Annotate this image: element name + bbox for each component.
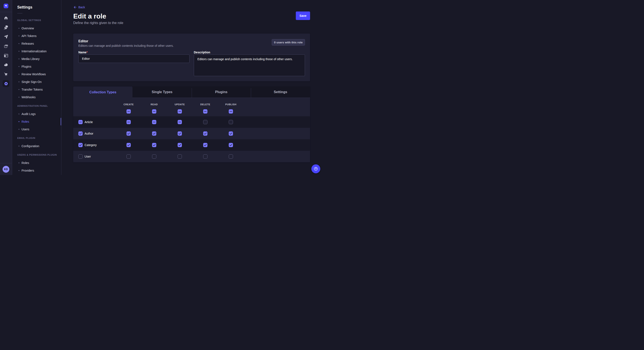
- subnav-item-releases[interactable]: Releases: [12, 40, 61, 47]
- author-publish-checkbox[interactable]: [229, 131, 233, 136]
- select-all-read-checkbox[interactable]: [152, 109, 156, 114]
- category-read-checkbox[interactable]: [152, 143, 156, 147]
- subnav-item-label: Internationalization: [22, 49, 47, 53]
- subnav-item-single-sign-on[interactable]: Single Sign-On: [12, 78, 61, 86]
- article-delete-checkbox[interactable]: [203, 120, 208, 124]
- bullet-dot: [18, 66, 20, 67]
- column-create: CREATE: [116, 98, 142, 116]
- page-title: Edit a role: [73, 12, 123, 20]
- nav-cart-button[interactable]: [2, 71, 9, 78]
- nav-home-button[interactable]: [2, 15, 9, 21]
- permission-cell: [218, 154, 244, 159]
- subnav-item-users[interactable]: Users: [12, 126, 61, 133]
- user-create-checkbox[interactable]: [126, 154, 131, 159]
- users-with-role-button[interactable]: 0 users with this role: [272, 39, 305, 45]
- save-button[interactable]: Save: [296, 11, 310, 20]
- permission-cell: [192, 143, 218, 147]
- subnav-section: USERS & PERMISSIONS PLUGINRolesProviders: [12, 153, 61, 174]
- avatar[interactable]: KD: [2, 166, 9, 173]
- article-row-checkbox[interactable]: [78, 120, 83, 124]
- permissions-tabs: Collection TypesSingle TypesPluginsSetti…: [73, 87, 310, 98]
- user-delete-checkbox[interactable]: [203, 154, 208, 159]
- subnav-item-webhooks[interactable]: Webhooks: [12, 93, 61, 101]
- category-create-checkbox[interactable]: [126, 143, 131, 147]
- tab-settings[interactable]: Settings: [251, 87, 310, 98]
- strapi-logo[interactable]: [4, 3, 8, 8]
- subnav-item-review-workflows[interactable]: Review Workflows: [12, 70, 61, 78]
- permission-cell: [192, 120, 218, 124]
- row-label-cell: Article: [73, 120, 116, 124]
- bullet-dot: [18, 81, 20, 82]
- bullet-dot: [18, 129, 20, 130]
- permission-cell: [218, 120, 244, 124]
- user-row-checkbox[interactable]: [78, 154, 83, 159]
- category-publish-checkbox[interactable]: [229, 143, 233, 147]
- tab-single-types[interactable]: Single Types: [132, 87, 192, 98]
- column-label: READ: [150, 103, 158, 106]
- tab-plugins[interactable]: Plugins: [192, 87, 251, 98]
- nav-images-button[interactable]: [2, 43, 9, 49]
- content-type-name: User: [84, 155, 91, 158]
- bullet-dot: [18, 121, 20, 122]
- user-read-checkbox[interactable]: [152, 154, 156, 159]
- author-update-checkbox[interactable]: [178, 131, 182, 136]
- subnav-item-providers[interactable]: Providers: [12, 167, 61, 174]
- category-delete-checkbox[interactable]: [203, 143, 208, 147]
- subnav-item-media-library[interactable]: Media Library: [12, 55, 61, 63]
- settings-subnav: Settings GLOBAL SETTINGSOverviewAPI Toke…: [12, 0, 61, 175]
- gear-icon: [4, 81, 8, 86]
- back-link[interactable]: Back: [73, 5, 85, 9]
- author-delete-checkbox[interactable]: [203, 131, 208, 136]
- category-update-checkbox[interactable]: [178, 143, 182, 147]
- subnav-item-roles[interactable]: Roles: [12, 118, 61, 126]
- permission-cell: [167, 131, 192, 136]
- column-read: READ: [142, 98, 167, 116]
- select-all-delete-checkbox[interactable]: [203, 109, 208, 114]
- select-all-update-checkbox[interactable]: [178, 109, 182, 114]
- subnav-item-label: Roles: [22, 161, 29, 165]
- nav-feather-button[interactable]: [2, 24, 9, 31]
- nav-gear-button[interactable]: [2, 80, 9, 87]
- help-button[interactable]: [311, 164, 320, 173]
- bullet-dot: [18, 28, 20, 29]
- back-row: Back: [73, 0, 310, 10]
- description-label: Description: [194, 50, 305, 54]
- author-row-checkbox[interactable]: [78, 131, 83, 136]
- nav-cloud-button[interactable]: [2, 61, 9, 68]
- subnav-item-audit-logs[interactable]: Audit Logs: [12, 110, 61, 118]
- author-create-checkbox[interactable]: [126, 131, 131, 136]
- article-create-checkbox[interactable]: [126, 120, 131, 124]
- subnav-item-roles[interactable]: Roles: [12, 159, 61, 167]
- main-nav-items: [2, 12, 9, 90]
- user-publish-checkbox[interactable]: [229, 154, 233, 159]
- subnav-item-overview[interactable]: Overview: [12, 24, 61, 32]
- column-publish: PUBLISH: [218, 98, 244, 116]
- permission-cell: [218, 143, 244, 147]
- role-name-heading: Editor: [78, 39, 174, 44]
- article-read-checkbox[interactable]: [152, 120, 156, 124]
- name-input[interactable]: [78, 54, 190, 63]
- subnav-item-label: Audit Logs: [22, 112, 36, 116]
- article-publish-checkbox[interactable]: [229, 120, 233, 124]
- article-update-checkbox[interactable]: [178, 120, 182, 124]
- select-all-publish-checkbox[interactable]: [229, 109, 233, 114]
- subnav-item-configuration[interactable]: Configuration: [12, 142, 61, 150]
- subnav-item-label: Overview: [22, 26, 34, 30]
- subnav-item-transfer-tokens[interactable]: Transfer Tokens: [12, 86, 61, 93]
- description-textarea[interactable]: [194, 54, 305, 76]
- subnav-item-api-tokens[interactable]: API Tokens: [12, 32, 61, 40]
- select-all-create-checkbox[interactable]: [126, 109, 131, 114]
- subnav-item-label: Media Library: [22, 57, 40, 61]
- author-read-checkbox[interactable]: [152, 131, 156, 136]
- nav-paper-plane-button[interactable]: [2, 33, 9, 40]
- tab-collection-types[interactable]: Collection Types: [73, 87, 132, 98]
- bullet-dot: [18, 97, 20, 98]
- nav-layout-button[interactable]: [2, 52, 9, 59]
- category-row-checkbox[interactable]: [78, 143, 83, 147]
- subnav-item-plugins[interactable]: Plugins: [12, 63, 61, 70]
- column-update: UPDATE: [167, 98, 192, 116]
- subnav-item-internationalization[interactable]: Internationalization: [12, 47, 61, 55]
- main-nav-footer: KD: [0, 163, 12, 175]
- user-update-checkbox[interactable]: [178, 154, 182, 159]
- main-content: Back Edit a role Define the rights given…: [61, 0, 322, 175]
